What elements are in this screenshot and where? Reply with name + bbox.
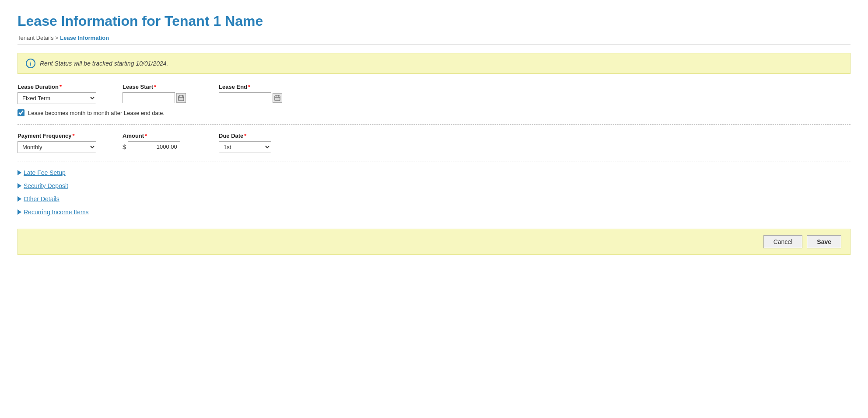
footer-bar: Cancel Save	[18, 229, 850, 255]
lease-start-label: Lease Start*	[122, 84, 192, 90]
svg-rect-0	[178, 96, 184, 101]
payment-frequency-required: *	[73, 132, 75, 139]
amount-wrapper: $	[122, 141, 192, 152]
due-date-select[interactable]: 1st 2nd 3rd 4th 5th 10th 15th Last Day	[219, 141, 271, 153]
info-icon: i	[26, 59, 35, 68]
month-to-month-row: Lease becomes month to month after Lease…	[18, 109, 850, 116]
lease-dates-row: Lease Duration* Fixed Term Month to Mont…	[18, 84, 850, 104]
month-to-month-label: Lease becomes month to month after Lease…	[28, 110, 164, 116]
security-deposit-toggle[interactable]: Security Deposit	[18, 182, 68, 189]
lease-start-group: Lease Start*	[122, 84, 192, 103]
lease-end-input-wrapper	[219, 92, 289, 103]
late-fee-setup-triangle-icon	[18, 170, 21, 175]
other-details-section: Other Details	[18, 195, 850, 202]
info-banner: i Rent Status will be tracked starting 1…	[18, 53, 850, 74]
info-banner-text: Rent Status will be tracked starting 10/…	[40, 60, 168, 67]
lease-end-input[interactable]	[219, 92, 271, 103]
svg-rect-4	[275, 96, 280, 101]
recurring-income-items-triangle-icon	[18, 209, 21, 215]
lease-dates-section: Lease Duration* Fixed Term Month to Mont…	[18, 84, 850, 125]
recurring-income-items-toggle[interactable]: Recurring Income Items	[18, 209, 89, 216]
due-date-group: Due Date* 1st 2nd 3rd 4th 5th 10th 15th …	[219, 132, 289, 153]
amount-group: Amount* $	[122, 132, 192, 152]
payment-section: Payment Frequency* Monthly Weekly Bi-Wee…	[18, 132, 850, 161]
lease-start-required: *	[154, 84, 156, 90]
lease-end-group: Lease End*	[219, 84, 289, 103]
due-date-label: Due Date*	[219, 132, 289, 139]
breadcrumb-separator: >	[55, 35, 60, 41]
other-details-label: Other Details	[24, 195, 60, 202]
lease-duration-select[interactable]: Fixed Term Month to Month Other	[18, 92, 96, 104]
lease-start-input[interactable]	[122, 92, 175, 103]
security-deposit-triangle-icon	[18, 183, 21, 188]
page-title: Lease Information for Tenant 1 Name	[18, 13, 850, 29]
amount-input[interactable]	[128, 141, 180, 152]
due-date-required: *	[244, 132, 246, 139]
lease-duration-required: *	[60, 84, 62, 90]
lease-end-calendar-icon[interactable]	[273, 93, 282, 103]
late-fee-setup-label: Late Fee Setup	[24, 169, 66, 176]
month-to-month-checkbox[interactable]	[18, 109, 24, 116]
breadcrumb: Tenant Details > Lease Information	[18, 35, 850, 41]
security-deposit-section: Security Deposit	[18, 182, 850, 189]
amount-required: *	[145, 132, 147, 139]
recurring-income-items-section: Recurring Income Items	[18, 209, 850, 216]
currency-symbol: $	[122, 143, 126, 150]
payment-row: Payment Frequency* Monthly Weekly Bi-Wee…	[18, 132, 850, 153]
breadcrumb-parent: Tenant Details	[18, 35, 53, 41]
payment-frequency-select[interactable]: Monthly Weekly Bi-Weekly Quarterly Annua…	[18, 141, 96, 153]
collapsible-sections-container: Late Fee Setup Security Deposit Other De…	[18, 169, 850, 216]
breadcrumb-current[interactable]: Lease Information	[60, 35, 109, 41]
payment-frequency-group: Payment Frequency* Monthly Weekly Bi-Wee…	[18, 132, 96, 153]
title-divider	[18, 45, 850, 45]
other-details-triangle-icon	[18, 196, 21, 202]
other-details-toggle[interactable]: Other Details	[18, 195, 60, 202]
cancel-button[interactable]: Cancel	[763, 235, 803, 248]
lease-start-calendar-icon[interactable]	[176, 93, 186, 103]
lease-start-input-wrapper	[122, 92, 192, 103]
amount-label: Amount*	[122, 132, 192, 139]
save-button[interactable]: Save	[807, 235, 841, 248]
late-fee-setup-toggle[interactable]: Late Fee Setup	[18, 169, 66, 176]
lease-duration-group: Lease Duration* Fixed Term Month to Mont…	[18, 84, 96, 104]
late-fee-setup-section: Late Fee Setup	[18, 169, 850, 176]
lease-end-label: Lease End*	[219, 84, 289, 90]
lease-end-required: *	[248, 84, 250, 90]
lease-duration-label: Lease Duration*	[18, 84, 96, 90]
payment-frequency-label: Payment Frequency*	[18, 132, 96, 139]
security-deposit-label: Security Deposit	[24, 182, 68, 189]
recurring-income-items-label: Recurring Income Items	[24, 209, 89, 216]
